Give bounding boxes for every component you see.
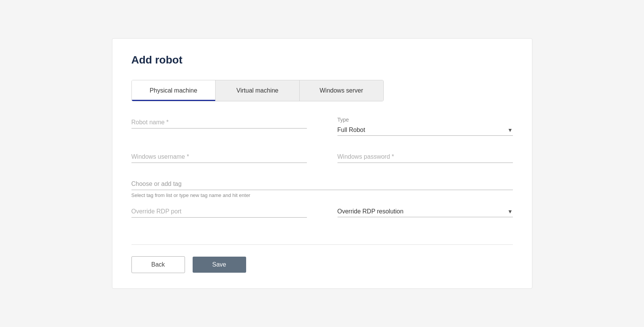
type-label: Type xyxy=(337,117,513,123)
rdp-port-group xyxy=(131,206,307,218)
tag-row: Select tag from list or type new tag nam… xyxy=(131,178,513,202)
form-row-4: Override RDP resolution Default 1920x108… xyxy=(131,206,513,218)
rdp-resolution-select[interactable]: Override RDP resolution Default 1920x108… xyxy=(337,206,513,217)
page-title: Add robot xyxy=(131,54,513,66)
back-button[interactable]: Back xyxy=(131,256,185,273)
divider xyxy=(131,244,513,245)
type-group: Type Full Robot Attended Robot Developme… xyxy=(337,117,513,136)
windows-password-input[interactable] xyxy=(337,151,513,163)
type-select[interactable]: Full Robot Attended Robot Development Ro… xyxy=(337,124,513,135)
type-select-wrapper: Full Robot Attended Robot Development Ro… xyxy=(337,124,513,136)
tab-physical-machine[interactable]: Physical machine xyxy=(132,80,216,101)
rdp-resolution-select-wrapper: Override RDP resolution Default 1920x108… xyxy=(337,206,513,217)
windows-username-input[interactable] xyxy=(131,151,307,163)
form-row-2 xyxy=(131,151,513,163)
footer-buttons: Back Save xyxy=(131,256,513,273)
card: Add robot Physical machine Virtual machi… xyxy=(112,38,532,289)
page-container: Add robot Physical machine Virtual machi… xyxy=(0,0,644,327)
tag-input-wrapper: Select tag from list or type new tag nam… xyxy=(131,178,513,198)
windows-password-group xyxy=(337,151,513,163)
robot-name-group xyxy=(131,117,307,136)
form-section: Type Full Robot Attended Robot Developme… xyxy=(131,117,513,233)
rdp-resolution-group: Override RDP resolution Default 1920x108… xyxy=(337,206,513,218)
rdp-port-input[interactable] xyxy=(131,206,307,218)
robot-name-input[interactable] xyxy=(131,117,307,129)
tag-input[interactable] xyxy=(131,178,513,190)
tag-hint: Select tag from list or type new tag nam… xyxy=(131,192,513,198)
tabs: Physical machine Virtual machine Windows… xyxy=(131,80,384,101)
form-row-1: Type Full Robot Attended Robot Developme… xyxy=(131,117,513,136)
windows-username-group xyxy=(131,151,307,163)
tab-virtual-machine[interactable]: Virtual machine xyxy=(216,80,300,101)
save-button[interactable]: Save xyxy=(193,257,246,273)
tab-windows-server[interactable]: Windows server xyxy=(300,80,383,101)
